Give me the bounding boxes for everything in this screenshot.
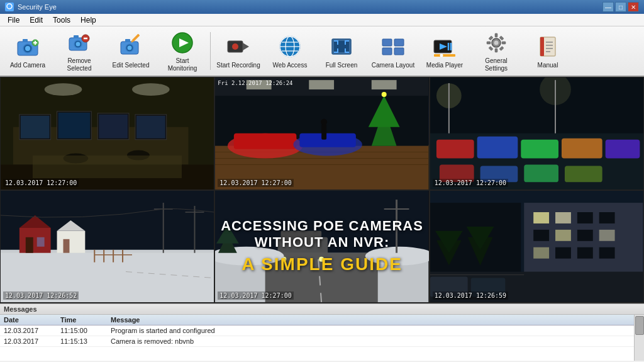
svg-point-17 xyxy=(128,45,132,50)
separator-1 xyxy=(210,32,211,70)
message-row: 12.03.2017 11:15:13 Camera is removed: n… xyxy=(0,336,644,347)
svg-rect-96 xyxy=(477,137,518,159)
media-player-icon xyxy=(431,33,458,60)
svg-rect-79 xyxy=(372,80,397,89)
general-settings-icon xyxy=(483,30,509,55)
menu-edit[interactable]: Edit xyxy=(25,14,48,26)
add-camera-icon xyxy=(14,33,41,60)
svg-point-71 xyxy=(132,83,170,96)
cam2-header: Fri 2.12.2017 12:26:24 xyxy=(218,80,292,86)
start-monitoring-label: Start Monitoring xyxy=(160,57,204,72)
svg-rect-69 xyxy=(136,116,165,139)
col-time: Time xyxy=(60,316,111,324)
media-player-button[interactable]: Media Player xyxy=(419,29,470,73)
svg-rect-19 xyxy=(132,34,140,42)
svg-rect-156 xyxy=(555,247,571,258)
svg-rect-52 xyxy=(489,46,493,50)
menu-help[interactable]: Help xyxy=(75,14,101,26)
full-screen-label: Full Screen xyxy=(326,62,358,69)
remove-selected-icon xyxy=(66,30,92,55)
svg-rect-155 xyxy=(533,247,549,258)
scroll-thumb[interactable] xyxy=(635,316,644,335)
toolbar: Add Camera Remove Selected xyxy=(0,26,644,77)
messages-header: Messages xyxy=(0,304,644,315)
svg-rect-95 xyxy=(436,140,474,159)
svg-point-1 xyxy=(8,5,11,8)
web-access-label: Web Access xyxy=(273,62,308,69)
svg-rect-68 xyxy=(99,115,128,139)
web-access-button[interactable]: Web Access xyxy=(265,29,315,73)
cam5-timestamp: 12.03.2017 12:27:00 xyxy=(218,291,293,300)
camera-cell-6[interactable]: 12.03.2017 12:26:59 xyxy=(430,190,644,303)
msg-date: 12.03.2017 xyxy=(4,337,60,345)
svg-rect-114 xyxy=(26,237,33,252)
message-row: 12.03.2017 11:15:00 Program is started a… xyxy=(0,325,644,336)
svg-point-70 xyxy=(45,83,82,96)
remove-selected-label: Remove Selected xyxy=(57,57,101,72)
svg-rect-49 xyxy=(502,42,506,44)
messages-panel: Messages Date Time Message 12.03.2017 11… xyxy=(0,303,644,361)
minimize-button[interactable]: — xyxy=(602,2,614,12)
svg-rect-149 xyxy=(577,212,593,223)
svg-rect-48 xyxy=(487,42,491,44)
camera-cell-1[interactable]: 12.03.2017 12:27:00 xyxy=(0,77,214,190)
svg-rect-46 xyxy=(495,33,497,37)
messages-list: 12.03.2017 11:15:00 Program is started a… xyxy=(0,325,644,347)
camera-cell-2[interactable]: Fri 2.12.2017 12:26:24 12.03.2017 12:27:… xyxy=(214,77,429,190)
svg-rect-87 xyxy=(300,133,357,147)
svg-rect-148 xyxy=(555,212,571,223)
menu-tools[interactable]: Tools xyxy=(48,14,75,26)
cam4-timestamp: 12.03.2017 12:26:52 xyxy=(3,291,79,300)
manual-icon xyxy=(535,33,561,60)
svg-rect-51 xyxy=(499,46,504,50)
cam2-timestamp: 12.03.2017 12:27:00 xyxy=(218,179,293,187)
camera-layout-button[interactable]: Camera Layout xyxy=(368,29,418,73)
camera-cell-3[interactable]: 12.03.2017 12:27:00 xyxy=(430,77,644,190)
svg-rect-154 xyxy=(599,229,614,240)
remove-selected-button[interactable]: Remove Selected xyxy=(54,29,104,73)
svg-rect-12 xyxy=(74,35,79,38)
edit-selected-button[interactable]: Edit Selected xyxy=(106,29,156,73)
svg-rect-158 xyxy=(599,247,614,258)
start-monitoring-icon xyxy=(169,30,196,55)
window-controls: — □ ✕ xyxy=(602,2,639,12)
svg-rect-135 xyxy=(281,230,322,243)
full-screen-icon xyxy=(328,33,355,60)
svg-rect-153 xyxy=(577,229,593,240)
edit-selected-icon xyxy=(118,33,144,60)
col-message: Message xyxy=(111,316,630,324)
manual-label: Manual xyxy=(538,62,558,69)
svg-rect-53 xyxy=(499,35,504,40)
maximize-button[interactable]: □ xyxy=(615,2,626,12)
start-monitoring-button[interactable]: Start Monitoring xyxy=(157,29,208,73)
svg-rect-37 xyxy=(394,48,404,55)
msg-date: 12.03.2017 xyxy=(4,327,60,334)
menu-file[interactable]: File xyxy=(3,14,25,26)
general-settings-button[interactable]: General Settings xyxy=(471,29,521,73)
full-screen-button[interactable]: Full Screen xyxy=(316,29,367,73)
svg-rect-67 xyxy=(58,113,91,139)
svg-rect-147 xyxy=(533,212,549,223)
camera-feed-6 xyxy=(430,191,643,303)
camera-cell-4[interactable]: 12.03.2017 12:26:52 xyxy=(0,190,214,303)
svg-rect-42 xyxy=(434,54,455,57)
svg-rect-116 xyxy=(57,230,86,252)
camera-feed-2 xyxy=(215,77,428,189)
svg-rect-98 xyxy=(562,139,602,159)
close-button[interactable]: ✕ xyxy=(628,2,639,12)
camera-feed-3 xyxy=(430,77,643,189)
camera-cell-5[interactable]: ACCESSING POE CAMERAS WITHOUT AN NVR: A … xyxy=(214,190,429,303)
messages-columns: Date Time Message xyxy=(0,315,644,325)
msg-text: Program is started and configured xyxy=(111,327,630,334)
svg-rect-55 xyxy=(540,37,544,56)
svg-point-137 xyxy=(319,256,325,261)
svg-rect-35 xyxy=(394,39,404,46)
msg-time: 11:15:13 xyxy=(60,337,111,345)
add-camera-button[interactable]: Add Camera xyxy=(3,29,53,73)
svg-rect-66 xyxy=(21,116,50,139)
messages-scrollbar[interactable] xyxy=(634,315,644,361)
svg-rect-78 xyxy=(309,80,335,89)
start-recording-button[interactable]: Start Recording xyxy=(213,29,264,73)
camera-layout-icon xyxy=(380,33,406,60)
manual-button[interactable]: Manual xyxy=(523,29,573,73)
